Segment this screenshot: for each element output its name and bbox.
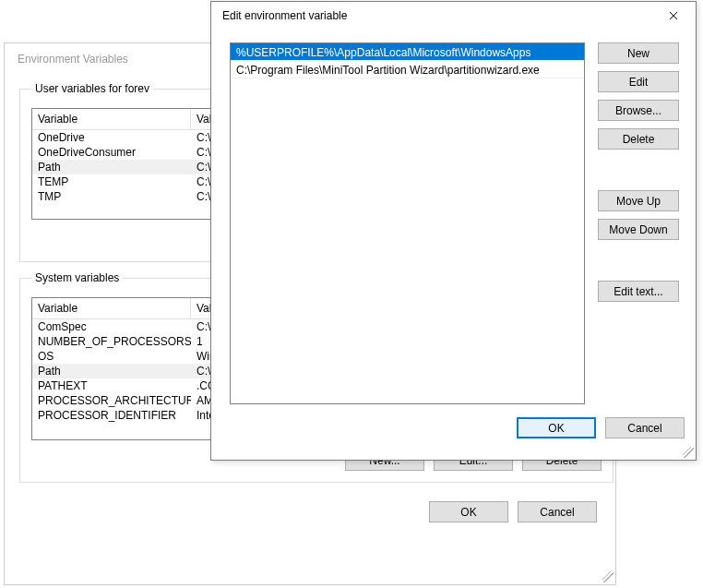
col-variable[interactable]: Variable xyxy=(32,109,191,129)
edit-dialog-titlebar[interactable]: Edit environment variable xyxy=(211,2,696,30)
edit-text-button[interactable]: Edit text... xyxy=(598,281,679,302)
edit-button[interactable]: Edit xyxy=(598,71,679,92)
var-name: TEMP xyxy=(32,175,191,188)
path-entries-list[interactable]: %USERPROFILE%\AppData\Local\Microsoft\Wi… xyxy=(230,42,585,404)
env-ok-button[interactable]: OK xyxy=(429,501,508,522)
var-name: Path xyxy=(32,365,191,378)
edit-ok-button[interactable]: OK xyxy=(517,417,596,438)
move-down-button[interactable]: Move Down xyxy=(598,219,679,240)
env-cancel-button[interactable]: Cancel xyxy=(518,501,597,522)
var-name: TMP xyxy=(32,190,191,203)
var-name: PROCESSOR_ARCHITECTURE xyxy=(32,394,191,407)
edit-cancel-button[interactable]: Cancel xyxy=(605,417,685,438)
close-icon xyxy=(669,11,678,20)
var-name: PATHEXT xyxy=(32,379,191,392)
edit-side-buttons: New Edit Browse... Delete Move Up Move D… xyxy=(598,42,679,404)
resize-grip-icon[interactable] xyxy=(683,447,694,458)
move-up-button[interactable]: Move Up xyxy=(598,190,679,211)
list-item[interactable]: %USERPROFILE%\AppData\Local\Microsoft\Wi… xyxy=(231,43,584,61)
edit-dialog-footer: OK Cancel xyxy=(211,404,696,438)
list-item[interactable]: C:\Program Files\MiniTool Partition Wiza… xyxy=(231,61,584,78)
var-name: OS xyxy=(32,350,191,363)
edit-environment-variable-dialog: Edit environment variable %USERPROFILE%\… xyxy=(210,1,697,461)
var-name: NUMBER_OF_PROCESSORS xyxy=(32,335,191,348)
edit-dialog-title: Edit environment variable xyxy=(222,9,347,22)
user-variables-legend: User variables for forev xyxy=(31,82,153,95)
var-name: OneDrive xyxy=(32,131,191,144)
var-name: Path xyxy=(32,161,191,174)
close-button[interactable] xyxy=(653,3,694,29)
var-name: OneDriveConsumer xyxy=(32,146,191,159)
delete-button[interactable]: Delete xyxy=(598,128,679,150)
var-name: PROCESSOR_IDENTIFIER xyxy=(32,409,191,422)
col-variable[interactable]: Variable xyxy=(32,298,191,318)
env-dialog-buttons: OK Cancel xyxy=(5,492,615,522)
new-button[interactable]: New xyxy=(598,42,679,64)
system-variables-legend: System variables xyxy=(31,271,123,284)
var-name: ComSpec xyxy=(32,320,191,333)
browse-button[interactable]: Browse... xyxy=(598,100,679,121)
